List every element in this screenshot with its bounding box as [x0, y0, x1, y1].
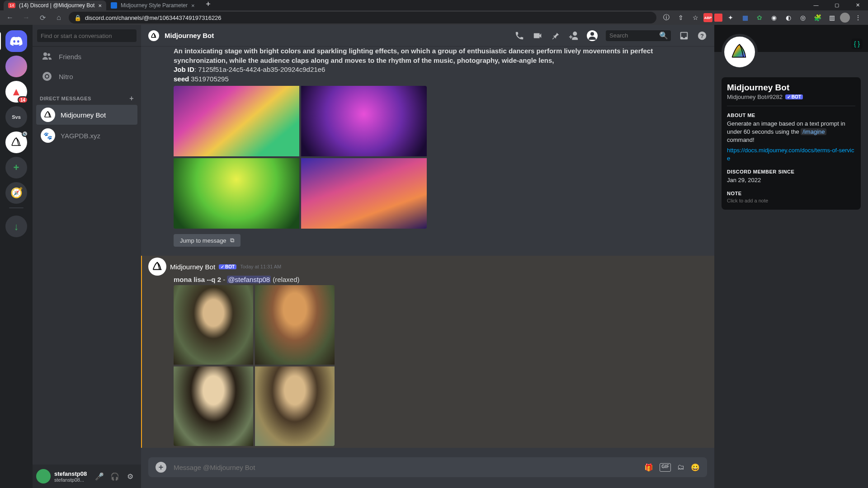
- image-grid-monalisa[interactable]: [174, 285, 335, 446]
- gif-icon[interactable]: GIF: [660, 463, 671, 472]
- home-guild-button[interactable]: [5, 30, 27, 52]
- maximize-icon[interactable]: ▢: [826, 0, 847, 10]
- puzzle-extensions-icon[interactable]: 🧩: [811, 11, 824, 24]
- home-icon[interactable]: ⌂: [52, 11, 65, 24]
- back-icon[interactable]: ←: [4, 11, 16, 24]
- mute-mic-icon[interactable]: 🎤: [92, 469, 107, 483]
- message-author[interactable]: Midjourney Bot: [170, 263, 215, 271]
- browser-tabs-bar: 14 (14) Discord | @Midjourney Bot × Midj…: [0, 0, 868, 10]
- prompt-text: An intoxicating stage with bright colors…: [174, 47, 707, 65]
- share-icon[interactable]: ⇧: [675, 11, 687, 24]
- video-call-icon[interactable]: [533, 31, 542, 41]
- generated-image[interactable]: [301, 158, 427, 229]
- inbox-icon[interactable]: [679, 31, 689, 41]
- nitro-nav[interactable]: Nitro: [36, 67, 137, 85]
- translate-icon[interactable]: ⓘ: [660, 11, 673, 24]
- extension-icon[interactable]: ✿: [753, 11, 766, 24]
- chat-main: Midjourney Bot 🔍 ? An intoxicating stage…: [141, 25, 714, 488]
- generated-image[interactable]: [255, 366, 335, 446]
- developer-badge-icon: { }: [851, 38, 863, 49]
- add-guild-button[interactable]: +: [5, 157, 27, 178]
- chat-title: Midjourney Bot: [165, 32, 509, 39]
- pinned-messages-icon[interactable]: [551, 31, 561, 41]
- guild-text[interactable]: Svs: [5, 106, 27, 128]
- dm-header-label: DIRECT MESSAGES: [40, 96, 91, 101]
- extension-icon[interactable]: ◎: [797, 11, 809, 24]
- address-bar: ← → ⟳ ⌂ 🔒 discord.com/channels/@me/10634…: [0, 10, 868, 25]
- close-window-icon[interactable]: ✕: [847, 0, 868, 10]
- side-panel-icon[interactable]: ▥: [826, 11, 838, 24]
- browser-tab-active[interactable]: 14 (14) Discord | @Midjourney Bot ×: [4, 0, 106, 10]
- generated-image[interactable]: [301, 86, 427, 156]
- profile-avatar-icon[interactable]: [840, 13, 850, 23]
- generated-image[interactable]: [255, 285, 335, 365]
- voice-indicator-icon: 🔊: [22, 131, 28, 137]
- add-friends-icon[interactable]: [569, 31, 579, 41]
- dm-item-midjourney[interactable]: Midjourney Bot: [36, 105, 137, 125]
- dm-name: YAGPDB.xyz: [61, 132, 100, 140]
- generated-image[interactable]: [174, 285, 253, 365]
- generated-image[interactable]: [174, 86, 299, 156]
- extension-icon[interactable]: ◐: [782, 11, 795, 24]
- dm-item-yagpdb[interactable]: 🐾 YAGPDB.xyz: [36, 126, 137, 145]
- search-icon: 🔍: [659, 31, 668, 40]
- tab-title: Midjourney Style Parameter: [121, 2, 188, 9]
- find-conversation-input[interactable]: [37, 29, 137, 42]
- browser-tab-inactive[interactable]: Midjourney Style Parameter ×: [106, 0, 199, 10]
- self-avatar-icon[interactable]: [36, 469, 51, 483]
- url-text: discord.com/channels/@me/106344374919731…: [85, 14, 222, 21]
- midjourney-sail-icon: [9, 136, 23, 149]
- download-apps-button[interactable]: ↓: [5, 216, 27, 237]
- search-input[interactable]: [609, 32, 659, 39]
- jobid-line: Job ID: 7125f51a-24c5-4424-ab35-20924c9d…: [174, 65, 707, 75]
- deafen-icon[interactable]: 🎧: [108, 469, 122, 483]
- user-settings-icon[interactable]: ⚙: [123, 469, 137, 483]
- discord-logo-icon: [10, 37, 23, 46]
- extension-icon[interactable]: [714, 14, 722, 22]
- forward-icon[interactable]: →: [20, 11, 33, 24]
- chat-header-avatar-icon: [148, 30, 159, 41]
- help-icon[interactable]: ?: [697, 31, 707, 41]
- message-block-monalisa: Midjourney Bot ✓BOT Today at 11:31 AM mo…: [141, 256, 714, 448]
- guild-midjourney[interactable]: 🔊: [5, 131, 27, 153]
- profile-avatar-icon[interactable]: [722, 34, 758, 70]
- profile-tag: Midjourney Bot#9282: [727, 94, 783, 100]
- explore-guild-button[interactable]: 🧭: [5, 182, 27, 204]
- friends-nav[interactable]: Friends: [36, 47, 137, 66]
- reload-icon[interactable]: ⟳: [36, 11, 49, 24]
- emoji-icon[interactable]: 😀: [691, 463, 700, 472]
- yagpdb-avatar-icon: 🐾: [41, 128, 55, 143]
- tab-close-icon[interactable]: ×: [191, 2, 195, 9]
- gift-icon[interactable]: 🎁: [644, 463, 653, 472]
- tab-close-icon[interactable]: ×: [98, 2, 102, 9]
- abp-icon[interactable]: ABP: [703, 13, 712, 22]
- guild-divider: [9, 207, 24, 208]
- generated-image[interactable]: [174, 158, 299, 229]
- voice-call-icon[interactable]: [514, 31, 524, 41]
- user-mention[interactable]: @stefanstp08: [227, 276, 271, 283]
- note-input[interactable]: [727, 198, 855, 203]
- search-box[interactable]: 🔍: [606, 30, 671, 41]
- extension-icon[interactable]: ▦: [739, 11, 751, 24]
- new-tab-button[interactable]: +: [202, 0, 215, 10]
- user-profile-icon[interactable]: [587, 30, 598, 41]
- message-input[interactable]: [174, 464, 637, 471]
- kebab-menu-icon[interactable]: ⋮: [852, 11, 864, 24]
- minimize-icon[interactable]: —: [806, 0, 826, 10]
- jump-to-message-button[interactable]: Jump to message ⧉: [174, 234, 241, 247]
- bookmark-star-icon[interactable]: ☆: [689, 11, 702, 24]
- attach-icon[interactable]: +: [156, 462, 166, 473]
- message-content: mona lisa --q 2 - @stefanstp08 (relaxed): [174, 276, 714, 283]
- url-input[interactable]: 🔒 discord.com/channels/@me/1063443749197…: [69, 12, 656, 23]
- sticker-icon[interactable]: 🗂: [677, 463, 684, 472]
- create-dm-icon[interactable]: +: [129, 94, 134, 103]
- image-grid-stage[interactable]: [174, 86, 427, 229]
- extension-icon[interactable]: ◉: [768, 11, 780, 24]
- message-avatar-icon[interactable]: [148, 258, 166, 276]
- chat-input-bar: + 🎁 GIF 🗂 😀: [148, 457, 707, 477]
- generated-image[interactable]: [174, 366, 253, 446]
- guild-server[interactable]: ▲ 14: [5, 81, 27, 103]
- guild-avatar[interactable]: [5, 56, 27, 77]
- tos-link[interactable]: https://docs.midjourney.com/docs/terms-o…: [727, 147, 854, 162]
- extension-icon[interactable]: ✦: [724, 11, 737, 24]
